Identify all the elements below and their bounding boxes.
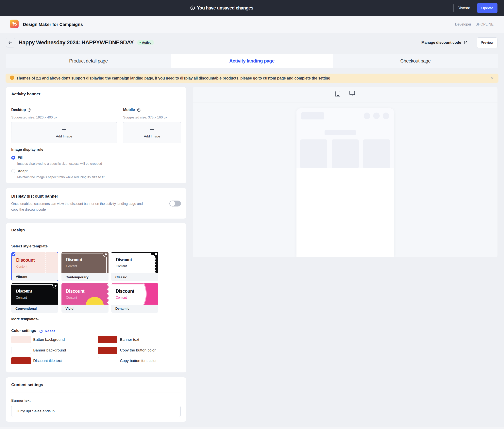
- svg-text:?: ?: [29, 109, 30, 111]
- svg-text:?: ?: [138, 109, 139, 111]
